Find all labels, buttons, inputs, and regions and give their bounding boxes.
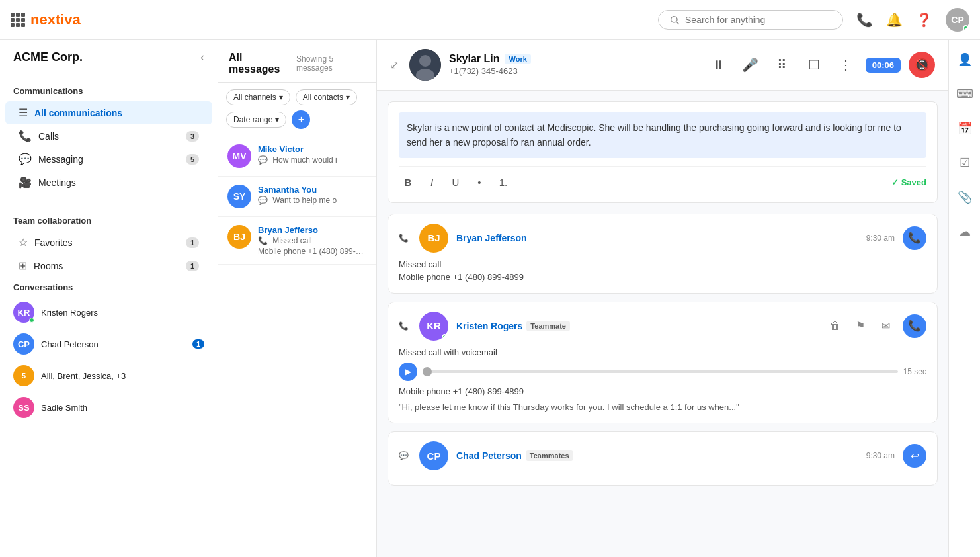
kristen-card-avatar: KR xyxy=(419,312,448,341)
sidebar-item-all-communications[interactable]: ☰ All communications xyxy=(5,101,212,124)
end-call-button[interactable]: 📵 xyxy=(909,52,935,78)
mute-button[interactable]: 🎤 xyxy=(739,53,762,77)
sidebar-header: ACME Corp. ‹ xyxy=(0,40,218,75)
caller-name: Skylar Lin xyxy=(449,53,499,65)
message-item-bryan[interactable]: BJ Bryan Jefferso 📞 Missed call Mobile p… xyxy=(218,217,376,265)
attachments-right-button[interactable]: 📎 xyxy=(953,185,977,209)
message-card-bryan: 📞 BJ Bryan Jefferson 9:30 am 📞 Missed ca… xyxy=(388,214,938,294)
team-collaboration-title: Team collaboration xyxy=(0,210,218,231)
all-channels-filter[interactable]: All channels ▾ xyxy=(226,89,290,105)
pause-button[interactable]: ⏸ xyxy=(707,53,731,77)
kristen-teammate-badge: Teammate xyxy=(526,321,570,331)
group-avatar: 5 xyxy=(13,365,34,386)
numbered-list-button[interactable]: 1. xyxy=(494,173,512,192)
bryan-card-time: 9:30 am xyxy=(866,234,895,243)
contact-icon-button[interactable]: 👤 xyxy=(953,48,977,71)
search-bar[interactable] xyxy=(658,10,843,30)
delete-button[interactable]: 🗑 xyxy=(826,317,844,335)
date-range-filter[interactable]: Date range ▾ xyxy=(226,112,286,128)
svg-point-0 xyxy=(671,16,677,22)
help-button[interactable]: ❓ xyxy=(916,12,932,28)
samantha-preview: 💬 Want to help me o xyxy=(258,196,367,205)
note-button[interactable]: ☐ xyxy=(802,53,826,77)
bryan-call-button[interactable]: 📞 xyxy=(903,226,926,250)
format-buttons: B I U • 1. xyxy=(399,173,512,192)
kristen-call-button[interactable]: 📞 xyxy=(903,314,926,338)
sidebar-item-calls[interactable]: 📞 Calls 3 xyxy=(5,124,212,148)
chat-icon-chad: 💬 xyxy=(399,451,409,460)
call-timer: 00:06 xyxy=(866,58,901,73)
sidebar-divider-1 xyxy=(0,202,218,202)
voicemail-player: ▶ 15 sec xyxy=(399,363,926,381)
bryan-sub-preview: Mobile phone +1 (480) 899-4899 xyxy=(258,247,367,256)
chad-call-button[interactable]: ↩ xyxy=(903,444,926,468)
conversation-item-chad[interactable]: CP Chad Peterson 1 xyxy=(0,328,218,360)
bold-button[interactable]: B xyxy=(399,173,417,192)
meetings-icon: 🎥 xyxy=(19,176,32,189)
message-card-kristen: 📞 KR Kristen Rogers Teammate 🗑 ⚑ xyxy=(388,302,938,424)
nav-icons: 📞 🔔 ❓ CP xyxy=(856,8,969,32)
email-button[interactable]: ✉ xyxy=(876,317,895,335)
search-input[interactable] xyxy=(685,15,817,25)
bryan-card-avatar: BJ xyxy=(419,224,448,253)
saved-badge: ✓ Saved xyxy=(891,177,926,187)
add-filter-button[interactable]: + xyxy=(292,110,310,129)
italic-button[interactable]: I xyxy=(423,173,441,192)
sidebar-item-rooms[interactable]: ⊞ Rooms 1 xyxy=(5,254,212,277)
svg-point-3 xyxy=(419,55,431,67)
expand-icon[interactable]: ⤢ xyxy=(390,59,399,71)
messaging-icon: 💬 xyxy=(19,153,32,165)
calls-badge: 3 xyxy=(186,131,199,142)
audio-scrubber[interactable] xyxy=(423,367,432,376)
cloud-right-button[interactable]: ☁ xyxy=(953,220,977,243)
bryan-avatar: BJ xyxy=(227,225,251,249)
msg-chat-icon-2: 💬 xyxy=(258,196,268,205)
apps-grid-icon[interactable] xyxy=(11,13,25,27)
sidebar-item-label-all-communications: All communications xyxy=(34,108,122,118)
caller-avatar-img xyxy=(409,49,441,81)
flag-button[interactable]: ⚑ xyxy=(851,317,870,335)
phone-nav-button[interactable]: 📞 xyxy=(856,12,873,28)
rooms-badge: 1 xyxy=(186,261,199,271)
underline-button[interactable]: U xyxy=(446,173,465,192)
sidebar-item-label-calls: Calls xyxy=(38,131,59,142)
sidebar-item-meetings[interactable]: 🎥 Meetings xyxy=(5,171,212,194)
message-item-mike[interactable]: MV Mike Victor 💬 How much would i xyxy=(218,136,376,177)
sidebar-item-favorites[interactable]: ☆ Favorites 1 xyxy=(5,231,212,254)
play-voicemail-button[interactable]: ▶ xyxy=(399,363,417,381)
notifications-button[interactable]: 🔔 xyxy=(886,12,903,28)
right-sidebar: 👤 ⌨ 📅 ☑ 📎 ☁ xyxy=(948,40,980,557)
dialpad-right-button[interactable]: ⌨ xyxy=(953,82,977,106)
collapse-sidebar-button[interactable]: ‹ xyxy=(200,50,204,64)
tasks-right-button[interactable]: ☑ xyxy=(953,151,977,175)
note-text[interactable]: Skylar is a new point of contact at Medi… xyxy=(399,112,926,158)
saved-check-icon: ✓ xyxy=(891,177,899,187)
kristen-card-online-dot xyxy=(442,334,448,340)
call-panel: ⤢ Skylar Lin Work +1(732) 345-4623 ⏸ 🎤 xyxy=(377,40,948,557)
msg-chat-icon: 💬 xyxy=(258,155,268,165)
top-navigation: nextiva 📞 🔔 ❓ CP xyxy=(0,0,980,40)
conversations-label: Conversations xyxy=(0,277,218,296)
left-sidebar: ACME Corp. ‹ Communications ☰ All commun… xyxy=(0,40,218,557)
sidebar-item-label-rooms: Rooms xyxy=(34,261,63,271)
user-avatar[interactable]: CP xyxy=(946,8,969,32)
call-header: ⤢ Skylar Lin Work +1(732) 345-4623 ⏸ 🎤 xyxy=(377,40,948,91)
sidebar-item-messaging[interactable]: 💬 Messaging 5 xyxy=(5,148,212,171)
conversation-item-group[interactable]: 5 Alli, Brent, Jessica, +3 xyxy=(0,360,218,392)
chad-conv-name: Chad Peterson xyxy=(41,339,99,349)
conversation-item-sadie[interactable]: SS Sadie Smith xyxy=(0,392,218,423)
kristen-online-dot xyxy=(29,318,34,323)
more-options-button[interactable]: ⋮ xyxy=(834,53,858,77)
messages-panel-header: All messages Showing 5 messages xyxy=(218,40,376,83)
audio-progress-bar[interactable] xyxy=(423,370,898,373)
all-contacts-filter[interactable]: All contacts ▾ xyxy=(296,89,357,105)
filter-bar: All channels ▾ All contacts ▾ Date range… xyxy=(218,83,376,136)
message-item-samantha[interactable]: SY Samantha You 💬 Want to help me o xyxy=(218,177,376,217)
conversation-item-kristen[interactable]: KR Kristen Rogers xyxy=(0,296,218,328)
kristen-card-body: Missed call with voicemail ▶ 15 sec Mobi… xyxy=(399,346,926,414)
dialpad-button[interactable]: ⠿ xyxy=(770,53,794,77)
chad-conv-badge: 1 xyxy=(192,339,204,349)
calendar-right-button[interactable]: 📅 xyxy=(953,116,977,140)
bullet-list-button[interactable]: • xyxy=(470,173,489,192)
group-conv-name: Alli, Brent, Jessica, +3 xyxy=(41,371,126,381)
